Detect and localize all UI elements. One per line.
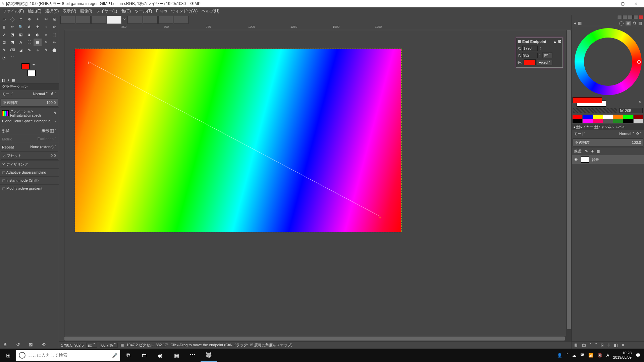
opacity-row[interactable]: 不透明度 100.0	[1, 99, 58, 107]
color-picker-icon[interactable]: ✎	[636, 97, 644, 107]
channels-tab[interactable]: ▦チャンネル	[594, 125, 614, 129]
tool-button[interactable]: ✎	[42, 39, 50, 46]
color-swatch[interactable]	[623, 119, 633, 123]
repeat-row[interactable]: Repeat None (extend) ˅	[0, 143, 59, 151]
layer-lock-row[interactable]: 保護: ✎ ✚ ▩	[572, 147, 644, 155]
image-tab-active[interactable]: ✕	[107, 16, 121, 24]
endpoint-x-input[interactable]	[522, 46, 538, 51]
onedrive-icon[interactable]: ☁	[572, 353, 576, 358]
canvas-image[interactable]	[75, 49, 401, 232]
layer-opacity-row[interactable]: 不透明度 100.0	[573, 138, 643, 146]
gimp-button[interactable]: 🐺	[201, 349, 217, 362]
supersample-row[interactable]: Adaptive Supersampling	[0, 168, 59, 176]
image-tab[interactable]	[158, 16, 173, 24]
close-button[interactable]: ✕	[629, 1, 643, 6]
tool-button[interactable]: ▭	[0, 15, 8, 23]
lock-position-icon[interactable]: ✚	[591, 149, 594, 154]
canvas-viewport[interactable]: + + ▦ End Endpoint ▲ ⊠ X: ▲▼	[64, 30, 566, 336]
horizontal-scrollbar[interactable]	[64, 336, 572, 341]
tool-button[interactable]: ▯	[0, 23, 8, 31]
app-button[interactable]: 〰	[184, 349, 201, 362]
tab-images-icon[interactable]: ▦	[12, 78, 15, 82]
tab-menu-icon[interactable]: ◂	[573, 125, 575, 129]
color-swatch[interactable]	[573, 119, 582, 123]
explorer-button[interactable]: 🗀	[136, 349, 152, 362]
tool-button[interactable]: ⟡	[34, 46, 42, 54]
app-button[interactable]: ▦	[168, 349, 184, 362]
menu-item[interactable]: ウィンドウ(W)	[169, 8, 200, 15]
merge-down-icon[interactable]: ⥥	[607, 343, 610, 348]
gradient-row[interactable]: グラデーション Full saturation spectr ✎	[0, 107, 59, 119]
tool-button[interactable]: ⬔	[8, 39, 16, 46]
color-swatch[interactable]	[634, 115, 643, 119]
reset-preset-icon[interactable]: ⟲	[42, 342, 46, 347]
lock-alpha-icon[interactable]: ▩	[596, 149, 600, 154]
color-swatch[interactable]	[583, 119, 592, 123]
color-swatch[interactable]	[603, 119, 613, 123]
endpoint-y-input[interactable]	[522, 53, 538, 58]
tool-button[interactable]: ⊡	[0, 39, 8, 46]
visibility-icon[interactable]: 👁	[574, 157, 578, 162]
start-button[interactable]: ⊞	[0, 352, 16, 359]
tool-button[interactable]: ✎	[25, 46, 33, 54]
hex-input[interactable]	[619, 108, 643, 113]
mini-tab[interactable]	[617, 15, 622, 19]
layer-mode-row[interactable]: モード Normal ˅ ⥀ ˅	[572, 130, 644, 138]
tool-button[interactable]: ↔	[42, 23, 50, 31]
offset-row[interactable]: オフセット 0.0	[1, 152, 58, 160]
tool-button[interactable]: ✎	[42, 46, 50, 54]
menu-item[interactable]: 選択(S)	[43, 8, 61, 15]
raise-layer-icon[interactable]: ˄	[589, 343, 592, 348]
delete-layer-icon[interactable]: ✕	[621, 343, 625, 348]
duplicate-layer-icon[interactable]: ⎘	[601, 343, 603, 348]
color-swatch[interactable]	[593, 119, 603, 123]
menu-item[interactable]: ヘルプ(H)	[200, 8, 221, 15]
task-view-button[interactable]: ⧉	[120, 349, 136, 362]
color-swatch[interactable]	[613, 119, 623, 123]
shape-row[interactable]: 形状 線形 ▦ ˅	[0, 127, 59, 135]
tool-button[interactable]: ⤢	[0, 31, 8, 38]
tool-button[interactable]: ⛶	[25, 39, 33, 46]
tool-button[interactable]: ⌖	[34, 15, 42, 23]
mode-row[interactable]: モード Normal ˅ ⥀ ˅	[0, 90, 59, 98]
mini-tab[interactable]	[628, 15, 633, 19]
endpoint-collapse-icon[interactable]: ▲	[553, 40, 557, 44]
endpoint-panel[interactable]: ▦ End Endpoint ▲ ⊠ X: ▲▼ Y: ▲▼	[516, 38, 563, 68]
mini-tab[interactable]	[639, 15, 643, 19]
gradient-edit-icon[interactable]: ✎	[54, 111, 57, 115]
image-tab[interactable]	[76, 16, 91, 24]
tool-button[interactable]: ✚	[34, 23, 42, 31]
color-swatch[interactable]	[593, 115, 603, 119]
menu-item[interactable]: レイヤー(L)	[94, 8, 119, 15]
color-swatch[interactable]	[623, 115, 633, 119]
dither-row[interactable]: ディザリング	[0, 160, 59, 168]
layers-tab[interactable]: ▦レイヤー	[576, 125, 593, 129]
swap-colors-icon[interactable]: ⇄	[33, 63, 35, 66]
tool-button[interactable]: ⌒	[8, 54, 16, 61]
color-history[interactable]	[573, 108, 617, 113]
color-swatch[interactable]	[634, 119, 643, 123]
tool-button[interactable]: ⧗	[25, 31, 33, 38]
clock[interactable]: 10:28 2019/05/09	[613, 351, 632, 360]
tool-button[interactable]: 🔍	[17, 23, 25, 31]
menu-item[interactable]: ツール(T)	[133, 8, 154, 15]
tool-button[interactable]: ✏	[8, 23, 16, 31]
people-icon[interactable]: 👤	[557, 353, 562, 358]
zoom-select[interactable]: 66.7 % ˅	[100, 343, 118, 348]
menu-item[interactable]: 表示(V)	[61, 8, 78, 15]
tool-button[interactable]: ◔	[0, 54, 8, 61]
tool-button[interactable]: ✏	[50, 39, 58, 46]
tray-chevron-icon[interactable]: ˄	[566, 353, 568, 358]
instant-row[interactable]: Instant mode (Shift)	[0, 176, 59, 184]
delete-preset-icon[interactable]: ⊠	[29, 342, 33, 347]
y-spinner-icon[interactable]: ▲▼	[539, 53, 541, 57]
tool-button[interactable]: ◯	[8, 15, 16, 23]
tab-brush-icon[interactable]: ▦	[578, 21, 582, 25]
layer-name[interactable]: 背景	[592, 157, 599, 162]
color-swatch[interactable]	[613, 115, 623, 119]
volume-icon[interactable]: 🔇	[597, 353, 602, 358]
ime-icon[interactable]: A	[606, 353, 609, 358]
tool-button[interactable]: ✂	[42, 15, 50, 23]
tool-button[interactable]: ⎘	[50, 15, 58, 23]
tool-button[interactable]: ⬤	[50, 46, 58, 54]
